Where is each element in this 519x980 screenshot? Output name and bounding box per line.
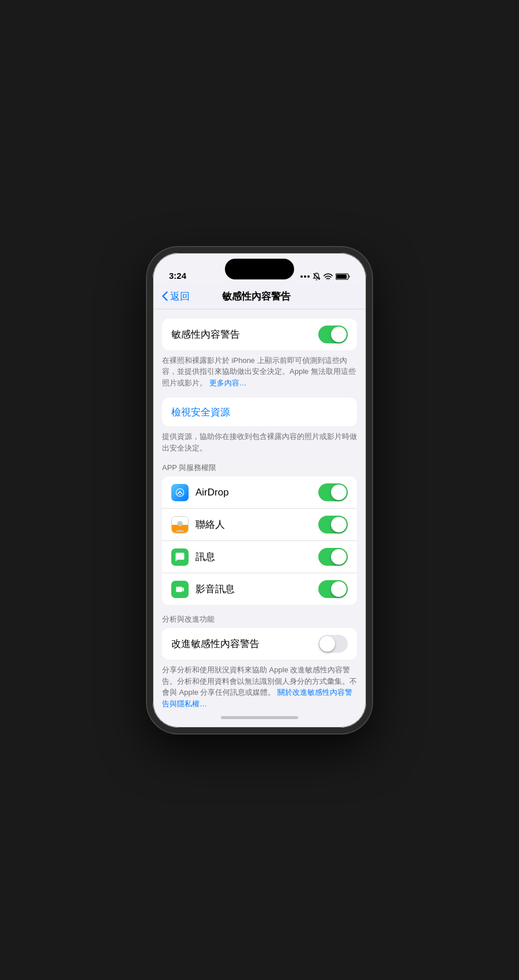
page-title: 敏感性內容警告	[190, 290, 322, 303]
status-icons	[300, 273, 350, 281]
facetime-label: 影音訊息	[195, 582, 318, 596]
battery-icon	[336, 273, 350, 280]
messages-label: 訊息	[195, 550, 318, 563]
analytics-section: 分析與改進功能 改進敏感性內容警告 分享分析和使用狀況資料來協助 Apple 改…	[153, 614, 366, 708]
back-label: 返回	[170, 290, 190, 303]
status-bar: 3:24	[153, 253, 366, 284]
svg-point-2	[307, 275, 310, 278]
main-toggle-card: 敏感性內容警告	[162, 319, 357, 350]
more-info-link[interactable]: 更多內容…	[209, 379, 247, 387]
safety-resource-label[interactable]: 檢視安全資源	[171, 406, 348, 419]
messages-toggle[interactable]	[318, 548, 348, 566]
safety-resource-section: 檢視安全資源 提供資源，協助你在接收到包含裸露內容的照片或影片時做出安全決定。	[153, 398, 366, 453]
svg-point-8	[179, 494, 180, 495]
analytics-section-label: 分析與改進功能	[153, 614, 366, 628]
home-bar	[221, 716, 298, 719]
svg-rect-6	[336, 274, 347, 279]
airdrop-label: AirDrop	[195, 487, 318, 498]
analytics-card: 改進敏感性內容警告	[162, 628, 357, 660]
content-area: 敏感性內容警告 在裸照和裸露影片於 iPhone 上顯示前即可偵測到這些內容，並…	[153, 309, 366, 708]
main-description: 在裸照和裸露影片於 iPhone 上顯示前即可偵測到這些內容，並提供指引來協助做…	[153, 350, 366, 389]
contacts-item: 聯絡人	[162, 509, 357, 541]
facetime-item: 影音訊息	[162, 573, 357, 605]
contacts-icon	[171, 516, 189, 533]
wifi-icon	[324, 273, 333, 280]
svg-point-0	[300, 275, 303, 278]
svg-point-4	[328, 279, 329, 280]
main-toggle-row: 敏感性內容警告	[162, 319, 357, 350]
safety-resource-item[interactable]: 檢視安全資源	[162, 398, 357, 426]
airdrop-toggle[interactable]	[318, 483, 348, 501]
improve-toggle-label: 改進敏感性內容警告	[171, 637, 318, 650]
app-section-label: APP 與服務權限	[153, 463, 366, 476]
main-toggle-section: 敏感性內容警告 在裸照和裸露影片於 iPhone 上顯示前即可偵測到這些內容，並…	[153, 319, 366, 389]
mute-icon	[313, 273, 321, 281]
messages-icon	[171, 548, 189, 566]
dynamic-island	[225, 259, 294, 279]
improve-toggle-row: 改進敏感性內容警告	[162, 628, 357, 660]
improve-description: 分享分析和使用狀況資料來協助 Apple 改進敏感性內容警告。分析和使用資料會以…	[153, 660, 366, 708]
app-permissions-card: AirDrop	[162, 476, 357, 605]
safety-description: 提供資源，協助你在接收到包含裸露內容的照片或影片時做出安全決定。	[153, 426, 366, 453]
back-button[interactable]: 返回	[162, 290, 190, 303]
messages-item: 訊息	[162, 541, 357, 573]
facetime-icon	[171, 581, 189, 598]
svg-point-1	[304, 275, 306, 278]
airdrop-icon	[171, 484, 189, 501]
nav-bar: 返回 敏感性內容警告	[153, 284, 366, 309]
contacts-toggle[interactable]	[318, 516, 348, 533]
contacts-label: 聯絡人	[195, 518, 318, 531]
safety-resource-card: 檢視安全資源	[162, 398, 357, 426]
app-permissions-section: APP 與服務權限 AirDrop	[153, 463, 366, 605]
dots-icon	[300, 273, 310, 280]
facetime-toggle[interactable]	[318, 580, 348, 598]
main-toggle-label: 敏感性內容警告	[171, 328, 318, 341]
improve-toggle-switch[interactable]	[318, 635, 348, 653]
svg-point-11	[177, 521, 182, 526]
main-toggle-switch[interactable]	[318, 326, 348, 343]
home-indicator	[153, 708, 366, 728]
airdrop-item: AirDrop	[162, 476, 357, 509]
